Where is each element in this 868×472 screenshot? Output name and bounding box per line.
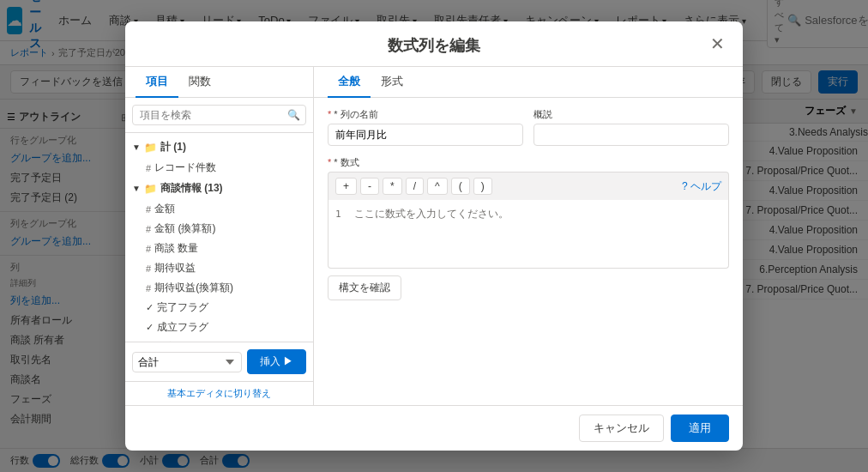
field-complete-flag[interactable]: ✓ 完了フラグ <box>125 298 313 318</box>
hash-icon-amount: # <box>146 204 151 215</box>
field-expected-revenue-conv[interactable]: # 期待収益(換算額) <box>125 278 313 298</box>
field-search-icon: 🔍 <box>287 109 300 121</box>
field-search-input[interactable] <box>132 105 306 125</box>
field-complete-flag-label: 完了フラグ <box>157 300 208 315</box>
tab-functions[interactable]: 関数 <box>178 67 221 98</box>
field-group-count[interactable]: ▼ 📁 計 (1) <box>125 136 313 158</box>
formula-plus[interactable]: + <box>335 178 357 195</box>
folder-icon-count: 📁 <box>144 142 157 154</box>
hash-icon-amount-conv: # <box>146 224 151 234</box>
field-expected-revenue[interactable]: # 期待収益 <box>125 258 313 278</box>
tab-format[interactable]: 形式 <box>371 67 413 98</box>
form-col-name: * * 列の名前 <box>328 108 523 146</box>
field-deal-quantity[interactable]: # 商談 数量 <box>125 239 313 258</box>
field-list: ▼ 📁 計 (1) # レコード件数 ▼ 📁 商談情報 (13) <box>125 133 313 342</box>
field-amount-converted[interactable]: # 金額 (換算額) <box>125 219 313 239</box>
hash-icon-qty: # <box>146 244 151 254</box>
modal-right-body: * * 列の名前 概説 * * 数式 <box>314 98 743 405</box>
formula-help-link[interactable]: ヘルプ <box>682 179 721 194</box>
column-name-label: * * 列の名前 <box>328 108 523 121</box>
formula-multiply[interactable]: * <box>383 178 402 195</box>
aggregate-select[interactable]: 合計 平均 最大 最小 件数 <box>132 352 242 372</box>
tab-general[interactable]: 全般 <box>328 67 371 98</box>
cancel-button[interactable]: キャンセル <box>579 415 664 442</box>
field-record-count[interactable]: # レコード件数 <box>125 158 313 178</box>
description-label: 概説 <box>533 108 729 121</box>
description-input[interactable] <box>533 124 729 146</box>
modal-title: 数式列を編集 <box>388 37 480 54</box>
field-deal-quantity-label: 商談 数量 <box>154 241 198 256</box>
apply-button[interactable]: 適用 <box>671 415 729 442</box>
check-icon-complete: ✓ <box>146 302 154 313</box>
tab-fields[interactable]: 項目 <box>136 67 178 98</box>
formula-minus[interactable]: - <box>360 178 379 195</box>
folder-icon-deal: 📁 <box>144 183 157 195</box>
field-expected-revenue-conv-label: 期待収益(換算額) <box>154 281 233 295</box>
form-col-desc: 概説 <box>533 108 729 146</box>
modal-body: 項目 関数 🔍 ▼ 📁 計 (1) # レコード件数 <box>125 67 743 405</box>
field-won-flag[interactable]: ✓ 成立フラグ <box>125 318 313 337</box>
hash-icon-record: # <box>146 163 151 173</box>
modal-close-button[interactable]: ✕ <box>705 32 729 56</box>
hash-icon-rev: # <box>146 263 151 274</box>
check-icon-won: ✓ <box>146 322 154 333</box>
modal-search-bar: 🔍 <box>125 98 313 133</box>
formula-divide[interactable]: / <box>406 178 424 195</box>
field-group-deal-label: 商談情報 (13) <box>160 181 223 196</box>
field-won-flag-label: 成立フラグ <box>157 320 208 335</box>
insert-button[interactable]: 挿入 ▶ <box>247 349 306 374</box>
field-group-deal-info[interactable]: ▼ 📁 商談情報 (13) <box>125 178 313 199</box>
formula-open-paren[interactable]: ( <box>451 178 470 195</box>
verify-button[interactable]: 構文を確認 <box>328 275 401 300</box>
formula-editor[interactable]: 1 ここに数式を入力してください。 <box>328 200 729 269</box>
formula-label: * * 数式 <box>328 156 729 169</box>
modal-header: 数式列を編集 ✕ <box>125 21 743 67</box>
form-group-formula: * * 数式 + - * / ^ ( ) ヘルプ <box>328 156 729 300</box>
formula-line-1: 1 <box>335 209 341 220</box>
field-amount-converted-label: 金額 (換算額) <box>154 221 215 236</box>
field-group-count-label: 計 (1) <box>160 140 186 154</box>
modal-overlay: 数式列を編集 ✕ 項目 関数 🔍 ▼ 📁 計 ( <box>0 0 868 472</box>
expand-arrow-count: ▼ <box>132 142 141 152</box>
form-row-name-desc: * * 列の名前 概説 <box>328 108 729 146</box>
modal-left-panel: 項目 関数 🔍 ▼ 📁 計 (1) # レコード件数 <box>125 67 314 405</box>
formula-toolbar: + - * / ^ ( ) ヘルプ <box>328 172 729 200</box>
formula-placeholder: ここに数式を入力してください。 <box>354 208 509 220</box>
field-record-count-label: レコード件数 <box>154 160 216 175</box>
modal-left-footer: 合計 平均 最大 最小 件数 挿入 ▶ <box>125 342 313 381</box>
column-name-input[interactable] <box>328 124 523 146</box>
formula-close-paren[interactable]: ) <box>473 178 492 195</box>
field-amount-label: 金額 <box>154 202 175 216</box>
field-expected-revenue-label: 期待収益 <box>154 261 196 275</box>
expand-arrow-deal: ▼ <box>132 184 141 193</box>
modal-footer: キャンセル 適用 <box>125 405 743 451</box>
basic-editor-link[interactable]: 基本エディタに切り替え <box>125 381 313 405</box>
modal-right-panel: 全般 形式 * * 列の名前 概説 <box>314 67 743 405</box>
formula-power[interactable]: ^ <box>427 178 448 195</box>
field-amount[interactable]: # 金額 <box>125 199 313 219</box>
formula-modal: 数式列を編集 ✕ 項目 関数 🔍 ▼ 📁 計 ( <box>125 21 743 451</box>
hash-icon-rev-conv: # <box>146 283 151 293</box>
modal-left-tabs: 項目 関数 <box>125 67 313 98</box>
modal-right-tabs: 全般 形式 <box>314 67 743 98</box>
